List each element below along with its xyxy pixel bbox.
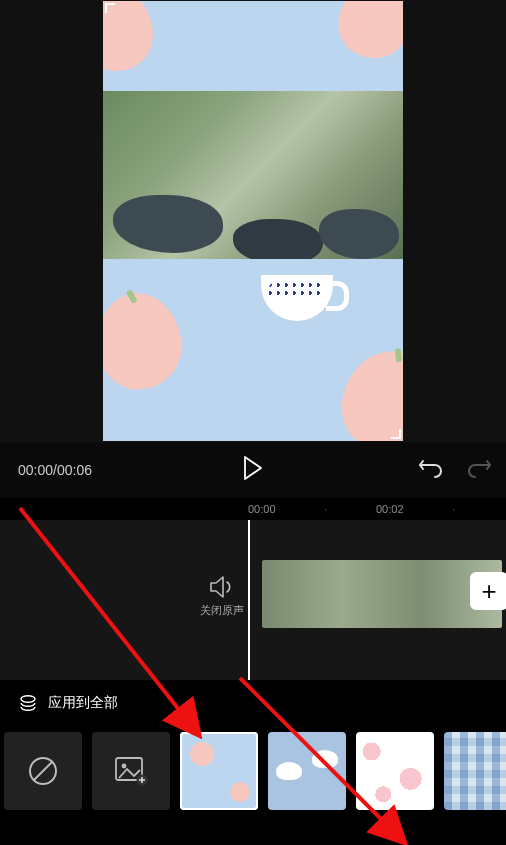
redo-icon — [466, 457, 492, 479]
apply-to-all-label: 应用到全部 — [48, 694, 118, 712]
background-thumb-hearts[interactable] — [356, 732, 434, 810]
preview-canvas[interactable] — [103, 1, 403, 441]
svg-point-4 — [122, 764, 127, 769]
apply-to-all-button[interactable]: 应用到全部 — [0, 680, 506, 726]
canvas-background-bottom — [103, 259, 403, 441]
playback-bar: 00:00/00:06 — [0, 442, 506, 498]
background-thumbnail-strip[interactable] — [0, 726, 506, 816]
teacup-shape — [261, 275, 333, 321]
timeline-ruler[interactable]: 00:00 · 00:02 · — [0, 498, 506, 520]
video-clip[interactable] — [262, 560, 502, 628]
plus-icon: + — [481, 576, 496, 607]
mute-original-audio-button[interactable]: 关闭原声 — [200, 575, 244, 618]
peach-shape — [327, 1, 403, 70]
undo-icon — [418, 457, 444, 479]
image-add-icon — [114, 756, 148, 786]
background-thumb-plaid[interactable] — [444, 732, 506, 810]
play-button[interactable] — [243, 456, 263, 484]
video-frame — [103, 91, 403, 261]
peach-shape — [103, 288, 187, 395]
background-import-button[interactable] — [92, 732, 170, 810]
redo-button[interactable] — [466, 457, 492, 483]
selection-corner-br[interactable] — [391, 429, 401, 439]
undo-button[interactable] — [418, 457, 444, 483]
svg-line-2 — [34, 762, 52, 780]
speaker-icon — [209, 575, 235, 599]
ruler-tick-label: 00:02 — [376, 503, 404, 515]
timecode: 00:00/00:06 — [18, 462, 92, 478]
peach-shape — [332, 342, 403, 441]
mute-label: 关闭原声 — [200, 604, 244, 616]
timeline-area[interactable]: 关闭原声 + — [0, 520, 506, 680]
add-clip-button[interactable]: + — [470, 572, 506, 610]
ruler-tick-label: 00:00 — [248, 503, 276, 515]
playhead[interactable] — [248, 520, 250, 680]
preview-area — [0, 0, 506, 442]
play-icon — [243, 456, 263, 480]
prohibit-icon — [26, 754, 60, 788]
layers-icon — [18, 693, 38, 713]
background-none-button[interactable] — [4, 732, 82, 810]
selection-corner-tl[interactable] — [105, 3, 115, 13]
background-thumb-peaches[interactable] — [180, 732, 258, 810]
svg-point-0 — [21, 696, 35, 702]
background-thumb-swans[interactable] — [268, 732, 346, 810]
